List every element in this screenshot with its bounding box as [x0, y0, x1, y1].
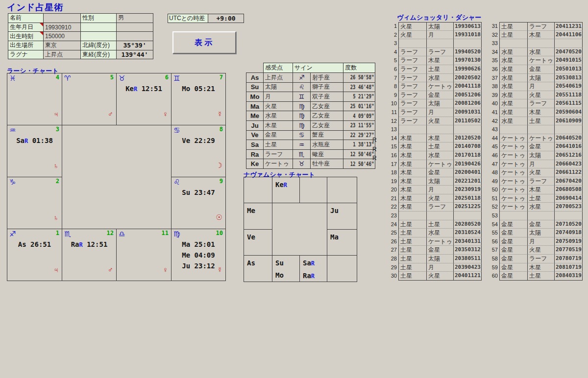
planet-list: Su 23:47 — [172, 187, 225, 198]
house-number: 12 — [107, 230, 114, 236]
sign-name: 牡牛座 — [311, 159, 343, 169]
maha-dasha-planet — [399, 39, 427, 48]
antar-dasha-planet — [427, 212, 454, 220]
dasha-start-date: 20230919 — [454, 186, 482, 194]
dasha-start-date: 20020502 — [454, 74, 482, 83]
display-button[interactable]: 表示 — [172, 31, 236, 54]
dasha-start-date: 20661122 — [555, 168, 583, 177]
dasha-row-cells: 土星太陽20380511 — [398, 255, 482, 263]
dasha-row: 11ラーフ月20091031 — [390, 108, 482, 117]
dasha-start-date: 20610909 — [555, 117, 583, 126]
dasha-row: 44ケートゥケートゥ20640520 — [491, 134, 583, 143]
form-value-cell[interactable] — [117, 32, 153, 41]
antar-dasha-planet: 水星 — [528, 48, 555, 57]
dasha-start-date: 20200401 — [454, 168, 482, 177]
dasha-start-date: 20740918 — [555, 229, 583, 237]
dasha-row-number: 59 — [491, 263, 499, 272]
form-label-cell: 性別 — [81, 14, 117, 23]
points-row: Keケートゥ♉牡牛座12 50'46" — [246, 159, 375, 169]
birth-data-form: 名前性別男生年月日19930910出生時刻150000出生場所東京北緯(度分)3… — [8, 13, 153, 59]
dasha-row: 56金星月20750919 — [491, 237, 583, 246]
planet-entry: As 26:51 — [7, 239, 62, 250]
dasha-row: 40水星ラーフ20561115 — [491, 99, 583, 108]
dasha-row: 15木星土星20140708 — [390, 142, 482, 151]
form-row: 生年月日19930910 — [8, 23, 153, 32]
antar-dasha-planet: 火星 — [528, 246, 555, 255]
dasha-row-cells: 金星太陽20740918 — [499, 229, 583, 237]
form-value-cell[interactable]: 35°39' — [117, 41, 153, 50]
antar-dasha-planet: 火星 — [427, 117, 454, 126]
form-value-cell[interactable]: 男 — [117, 14, 153, 23]
planet-entry: Mo — [275, 269, 284, 282]
maha-dasha-planet: 木星 — [399, 168, 427, 177]
antar-dasha-planet: ケートゥ — [427, 160, 454, 169]
house-number: 8 — [220, 126, 223, 133]
form-value-cell[interactable]: 東京 — [44, 41, 81, 50]
dasha-row-number: 43 — [491, 125, 499, 134]
form-label-cell: 出生場所 — [8, 41, 44, 50]
navamsha-cell: KeR — [272, 177, 300, 203]
rashi-cell: ♏12RaR 12:51♂ — [62, 229, 117, 281]
dasha-row: 7ラーフ水星20020502 — [390, 74, 482, 83]
point-abbr: Ju — [246, 120, 264, 130]
points-row: As上昇点♐射手座26 50'58" — [246, 73, 375, 83]
retrograde-mark: R — [79, 241, 83, 248]
dasha-row-number: 24 — [390, 220, 398, 229]
maha-dasha-planet: ケートゥ — [500, 142, 528, 151]
form-value-cell[interactable]: 150000 — [44, 32, 81, 41]
spreadsheet-screen: インド占星術 名前性別男生年月日19930910出生時刻150000出生場所東京… — [0, 0, 588, 378]
dasha-row: 9ラーフ金星20051206 — [390, 91, 482, 100]
venus-symbol-icon: ♀ — [163, 265, 168, 274]
dasha-start-date: 20710520 — [555, 220, 583, 229]
dasha-row: 57金星火星20770519 — [491, 246, 583, 255]
dasha-row-number: 17 — [390, 160, 398, 169]
form-value-cell[interactable]: 上昇点 — [44, 50, 81, 59]
mars-symbol-icon: ♂ — [108, 265, 113, 274]
dasha-row-cells: ケートゥラーフ20670420 — [499, 177, 583, 186]
planet-entry: Mo 05:21 — [172, 83, 225, 94]
sign-name: 乙女座 — [311, 101, 343, 111]
dasha-row-number: 39 — [491, 91, 499, 100]
form-value-cell[interactable]: 139°44' — [117, 50, 153, 59]
antar-dasha-planet — [528, 212, 555, 220]
utc-offset-value[interactable]: +9:00 — [208, 14, 244, 23]
form-value-cell[interactable]: 19930910 — [44, 23, 81, 32]
planet-abbr: As — [18, 240, 26, 248]
dasha-row: 39水星火星20551118 — [491, 91, 583, 100]
dasha-row-number: 40 — [491, 99, 499, 108]
house-number: 1 — [56, 230, 59, 236]
antar-dasha-planet: 土星 — [528, 194, 555, 203]
antar-dasha-planet — [427, 125, 454, 134]
dasha-row: 30土星火星20401121 — [390, 272, 482, 281]
dasha-row: 46ケートゥ太陽20651216 — [491, 151, 583, 160]
planet-degree: 23:47 — [190, 189, 215, 196]
point-abbr: Ma — [246, 101, 264, 111]
dasha-start-date: 20810719 — [555, 263, 583, 272]
dasha-row-number: 28 — [390, 255, 398, 263]
form-value-cell[interactable] — [44, 14, 81, 23]
maha-dasha-planet: ラーフ — [399, 91, 427, 100]
maha-dasha-planet — [399, 125, 427, 134]
maha-dasha-planet: ケートゥ — [500, 186, 528, 194]
house-number: 2 — [56, 178, 59, 185]
antar-dasha-planet: ケートゥ — [528, 56, 555, 65]
dasha-row-number: 36 — [491, 65, 499, 74]
dasha-row: 5ラーフ木星19970130 — [390, 56, 482, 65]
dasha-row-cells: 水星ケートゥ20491015 — [499, 56, 583, 65]
dasha-row-number: 33 — [491, 39, 499, 48]
dasha-row: 47ケートゥ月20660423 — [491, 160, 583, 169]
maha-dasha-planet: 木星 — [399, 142, 427, 151]
venus-symbol-icon: ♀ — [163, 110, 168, 118]
maha-dasha-planet: ケートゥ — [500, 168, 528, 177]
dasha-row-cells: 木星水星20170118 — [398, 151, 482, 160]
dasha-row: 49ケートゥラーフ20670420 — [491, 177, 583, 186]
planet-degree: 05:21 — [190, 85, 215, 93]
planet-abbr: Mo — [182, 85, 190, 93]
form-value-cell[interactable] — [117, 23, 153, 32]
leo-sign-icon: ♌ — [293, 82, 311, 92]
sign-name: 蟹座 — [311, 130, 343, 140]
dasha-start-date: 19930613 — [454, 22, 482, 31]
dasha-row-cells: 木星土星20140708 — [398, 142, 482, 151]
dasha-start-date: 20660423 — [555, 160, 583, 169]
rashi-cell: ♓4♃ — [7, 73, 62, 125]
